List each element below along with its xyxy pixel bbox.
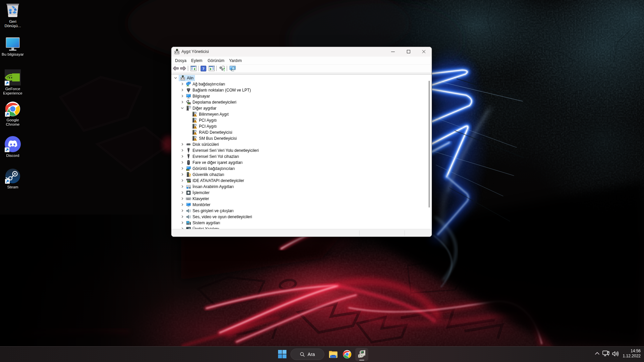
- svg-text:?: ?: [202, 66, 205, 71]
